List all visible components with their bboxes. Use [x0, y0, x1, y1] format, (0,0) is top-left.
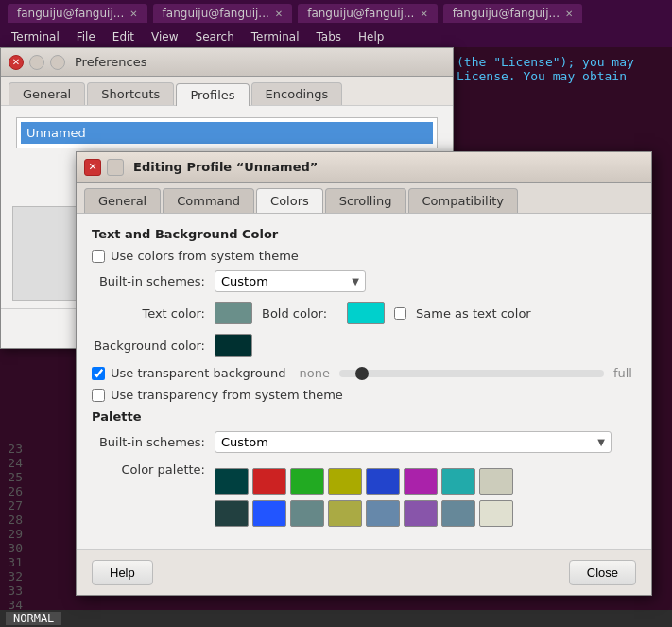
prefs-tab-shortcuts[interactable]: Shortcuts — [87, 82, 174, 105]
edit-tab-colors[interactable]: Colors — [256, 188, 323, 213]
prefs-title-text: Preferences — [75, 55, 146, 69]
line-33: 33 — [6, 583, 23, 598]
menu-search[interactable]: Search — [188, 28, 242, 45]
line-31: 31 — [6, 555, 23, 569]
palette-swatch-0-0[interactable] — [215, 468, 249, 495]
use-system-colors-label: Use colors from system theme — [111, 249, 299, 263]
terminal-tab-1[interactable]: fanguiju@fanguij... ✕ — [8, 4, 147, 23]
builtin-schemes-label: Built-in schemes: — [92, 274, 205, 288]
edit-title-text: Editing Profile “Unnamed” — [133, 160, 318, 174]
edit-tab-compatibility[interactable]: Compatibility — [408, 188, 519, 213]
menu-help[interactable]: Help — [351, 28, 391, 45]
background-color-swatch[interactable] — [215, 334, 252, 357]
palette-schemes-row: Built-in schemes: Custom ▼ — [92, 431, 636, 453]
menu-view[interactable]: View — [144, 28, 185, 45]
menu-file[interactable]: File — [69, 28, 103, 45]
status-normal-label: NORMAL — [6, 612, 61, 625]
bold-color-swatch[interactable] — [347, 302, 385, 324]
edit-body: Text and Background Color Use colors fro… — [77, 214, 651, 549]
prefs-tab-general[interactable]: General — [9, 82, 85, 105]
line-23: 23 — [6, 442, 23, 456]
palette-scheme-value: Custom — [221, 435, 268, 449]
palette-swatch-1-6[interactable] — [441, 500, 475, 527]
use-system-transparency-label: Use transparency from system theme — [111, 388, 343, 402]
same-as-text-checkbox[interactable] — [394, 307, 406, 320]
palette-swatch-1-7[interactable] — [479, 500, 513, 527]
color-palette-row: Color palette: — [92, 462, 636, 527]
slider-thumb[interactable] — [355, 367, 369, 380]
line-32: 32 — [6, 569, 23, 583]
use-system-colors-row: Use colors from system theme — [92, 249, 636, 263]
menu-edit[interactable]: Edit — [105, 28, 142, 45]
palette-swatch-0-4[interactable] — [366, 468, 400, 495]
edit-tab-general[interactable]: General — [84, 188, 161, 213]
builtin-schemes-select[interactable]: Custom ▼ — [215, 270, 366, 292]
terminal-tab-3[interactable]: fanguiju@fanguij... ✕ — [298, 4, 438, 23]
edit-close-button[interactable]: ✕ — [84, 159, 101, 176]
palette-swatch-1-5[interactable] — [404, 500, 438, 527]
menu-terminal[interactable]: Terminal — [4, 28, 67, 45]
line-26: 26 — [6, 484, 23, 498]
use-system-colors-checkbox[interactable] — [92, 250, 105, 263]
palette-swatch-1-0[interactable] — [215, 500, 249, 527]
colors-row: Text color: Bold color: Same as text col… — [92, 302, 636, 324]
transparency-full-label: full — [613, 366, 632, 380]
palette-section: Palette Built-in schemes: Custom ▼ Color… — [92, 409, 636, 527]
tab-close-3[interactable]: ✕ — [420, 9, 427, 19]
terminal-tab-2[interactable]: fanguiju@fanguij... ✕ — [153, 4, 293, 23]
prefs-tab-profiles[interactable]: Profiles — [176, 83, 249, 106]
line-24: 24 — [6, 456, 23, 470]
palette-schemes-select[interactable]: Custom ▼ — [215, 431, 612, 453]
palette-swatch-1-2[interactable] — [290, 500, 324, 527]
text-bg-section-title: Text and Background Color — [92, 227, 636, 241]
tab-close-1[interactable]: ✕ — [129, 9, 137, 19]
tab-close-2[interactable]: ✕ — [275, 9, 283, 19]
palette-swatch-0-1[interactable] — [252, 468, 286, 495]
edit-close-dialog-button[interactable]: Close — [569, 560, 636, 585]
edit-tab-bar: General Command Colors Scrolling Compati… — [77, 183, 651, 214]
line-numbers: 23 24 25 26 27 28 29 30 31 32 33 34 35 — [0, 438, 28, 627]
line-25: 25 — [6, 470, 23, 484]
prefs-close-button[interactable]: ✕ — [9, 55, 24, 70]
palette-swatch-0-2[interactable] — [290, 468, 324, 495]
prefs-maximize-button[interactable] — [50, 55, 65, 70]
edit-minimize-button[interactable] — [107, 159, 124, 176]
prefs-tab-bar: General Shortcuts Profiles Encodings — [1, 77, 453, 106]
palette-swatch-1-4[interactable] — [366, 500, 400, 527]
text-color-swatch[interactable] — [215, 302, 252, 324]
palette-swatch-1-1[interactable] — [252, 500, 286, 527]
menu-tabs[interactable]: Tabs — [309, 28, 350, 45]
prefs-title-bar: ✕ Preferences — [1, 48, 453, 77]
use-transparent-label: Use transparent background — [111, 366, 285, 380]
terminal-tab-1-label: fanguiju@fanguij... — [17, 7, 124, 20]
profile-item-unnamed[interactable]: Unnamed — [21, 122, 433, 144]
palette-swatch-0-3[interactable] — [328, 468, 362, 495]
line-30: 30 — [6, 541, 23, 555]
line-27: 27 — [6, 498, 23, 513]
edit-title-bar: ✕ Editing Profile “Unnamed” — [77, 152, 651, 183]
transparency-slider[interactable] — [339, 370, 604, 377]
use-transparent-checkbox[interactable] — [92, 367, 105, 380]
tab-close-4[interactable]: ✕ — [565, 9, 573, 19]
prefs-minimize-button[interactable] — [29, 55, 44, 70]
prefs-tab-encodings[interactable]: Encodings — [251, 82, 343, 105]
background-color-row: Background color: — [92, 334, 636, 357]
palette-schemes-label: Built-in schemes: — [92, 435, 205, 449]
edit-tab-scrolling[interactable]: Scrolling — [325, 188, 406, 213]
use-system-transparency-checkbox[interactable] — [92, 389, 105, 402]
edit-tab-command[interactable]: Command — [163, 188, 254, 213]
builtin-schemes-row: Built-in schemes: Custom ▼ — [92, 270, 636, 292]
color-palette-label: Color palette: — [92, 462, 205, 477]
line-28: 28 — [6, 513, 23, 527]
edit-help-button[interactable]: Help — [92, 560, 153, 585]
terminal-tab-4[interactable]: fanguiju@fanguij... ✕ — [443, 4, 583, 23]
same-as-text-label: Same as text color — [416, 306, 531, 321]
palette-swatch-0-7[interactable] — [479, 468, 513, 495]
terminal-title-bar: fanguiju@fanguij... ✕ fanguiju@fanguij..… — [0, 0, 672, 26]
palette-swatch-0-6[interactable] — [441, 468, 475, 495]
menu-terminal2[interactable]: Terminal — [244, 28, 307, 45]
palette-swatch-0-5[interactable] — [404, 468, 438, 495]
palette-swatch-1-3[interactable] — [328, 500, 362, 527]
terminal-line-1: (the "License"); you may — [457, 55, 664, 69]
terminal-tab-2-label: fanguiju@fanguij... — [163, 7, 269, 20]
